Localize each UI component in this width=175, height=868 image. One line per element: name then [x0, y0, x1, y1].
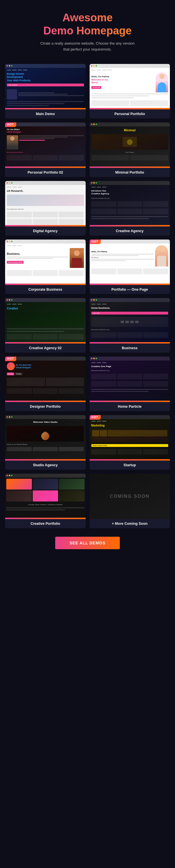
- dot-green: [11, 65, 12, 66]
- accent-strip: [90, 342, 170, 343]
- mock-image: [91, 134, 169, 150]
- hero-text: Welcome Video Studio: [7, 421, 84, 424]
- mock-grid: [7, 155, 84, 160]
- dot-yellow: [93, 182, 95, 184]
- hero-text: UX Research.: [7, 189, 84, 193]
- dot-red: [91, 299, 92, 301]
- card-designer-portfolio[interactable]: HOT Hi, I'm Jane DoeVisual Designer.: [5, 356, 86, 411]
- dot-red: [6, 416, 8, 418]
- card-coming-soon[interactable]: COMING SOON + More Coming Soon: [90, 474, 170, 528]
- mock-row: [7, 135, 84, 150]
- mock-nav: [91, 304, 169, 305]
- card-label-portfolio-one-page: Portfolio — One Page: [90, 285, 170, 294]
- card-label-coming-soon: + More Coming Soon: [90, 519, 170, 528]
- hero-text: Creative: [7, 307, 84, 310]
- hero-text: Creative One Page: [91, 365, 169, 368]
- dot-yellow: [93, 124, 95, 125]
- dot-green: [11, 241, 12, 242]
- hero-text: Minimal: [91, 128, 169, 132]
- mock-grid: [7, 334, 84, 340]
- card-personal-portfolio[interactable]: Hello, I'm FatimaWelcome to myWorld. Con…: [90, 64, 170, 119]
- mock-nav: [91, 362, 169, 363]
- service-label: My Awesome Service: [7, 151, 84, 153]
- accent-strip: [5, 166, 86, 168]
- card-corporate-business[interactable]: Business. Read Company Values: [5, 240, 86, 294]
- hero-text: Grow business.: [91, 307, 169, 310]
- accent-strip: [5, 342, 86, 343]
- dot-green: [96, 65, 97, 66]
- service-label: Services provide for you.: [91, 329, 169, 331]
- dot-green: [11, 475, 12, 476]
- mock-grid: [7, 270, 84, 276]
- dot-red: [6, 182, 8, 184]
- card-digital-agency[interactable]: UX Research. Our Awesome Service Digital…: [5, 181, 86, 236]
- mock-image: [91, 429, 169, 442]
- card-portfolio-one-page[interactable]: HOT Hello, I'm Fatima. My About: [90, 240, 170, 294]
- accent-strip: [90, 284, 170, 285]
- mock-grid-2: [91, 209, 169, 214]
- mock-cta: Get Started: [7, 84, 84, 86]
- hero-text: Introduce OurCreative Agency.: [91, 189, 169, 195]
- dot-yellow: [93, 358, 95, 359]
- card-label-creative-portfolio: Creative Portfolio: [5, 519, 86, 528]
- dot-yellow: [9, 299, 10, 301]
- mock-cta: Read Company Values: [91, 444, 169, 447]
- card-label-startup: Startup: [90, 461, 170, 470]
- mock-grid: [91, 332, 169, 338]
- mock-grid: [91, 269, 169, 274]
- dot-yellow: [93, 65, 95, 66]
- dot-green: [96, 299, 97, 301]
- accent-strip: [5, 108, 86, 110]
- dot-green: [96, 124, 97, 125]
- card-label-digital-agency: Digital Agency: [5, 226, 86, 236]
- mock-nav: [91, 70, 169, 70]
- card-personal-portfolio-02[interactable]: HOT I'm Joe BidenUI/UX Designer.: [5, 122, 86, 177]
- dot-red: [6, 241, 8, 242]
- dot-green: [11, 299, 12, 301]
- dot-red: [91, 182, 92, 184]
- dot-yellow: [9, 182, 10, 184]
- dot-green: [11, 416, 12, 418]
- dot-red: [6, 65, 8, 66]
- card-main-demo[interactable]: Design DrivenDevelopmentYour Web Product…: [5, 64, 86, 119]
- mock-cta: Learn More: [91, 312, 169, 314]
- dot-red: [6, 299, 8, 301]
- card-minimal-portfolio[interactable]: Minimal Our Project Minimal Portfolio: [90, 122, 170, 177]
- accent-strip: [5, 518, 86, 519]
- mock-image: [7, 195, 84, 206]
- mock-row: [7, 89, 84, 99]
- hero-sub: Services provide for you.: [91, 370, 169, 371]
- card-label-corporate-business: Corporate Business: [5, 285, 86, 294]
- card-creative-agency[interactable]: Introduce OurCreative Agency. Services p…: [90, 181, 170, 236]
- card-creative-portfolio[interactable]: Concept, Ideas, Passion, Something Toget…: [5, 474, 86, 528]
- mock-nav: [7, 187, 84, 188]
- project-label: Our Project: [91, 151, 169, 153]
- mock-video-thumb: [7, 426, 84, 441]
- dot-red: [91, 65, 92, 66]
- card-studio-agency[interactable]: Welcome Video Studio Some of our Recent …: [5, 415, 86, 470]
- accent-strip: [90, 459, 170, 461]
- card-creative-agency-02[interactable]: Creative Creative Agency 02: [5, 298, 86, 352]
- card-home-particle[interactable]: Creative One Page Services provide for y…: [90, 356, 170, 411]
- badge-hot: HOT: [5, 356, 16, 361]
- card-label-home-particle: Home Particle: [90, 402, 170, 411]
- card-label-creative-agency-02: Creative Agency 02: [5, 343, 86, 352]
- accent-strip: [5, 459, 86, 461]
- portfolio-label: Concept, Ideas, Passion, Something Toget…: [6, 504, 85, 505]
- mock-grid-2: [7, 388, 84, 394]
- dot-yellow: [9, 241, 10, 242]
- mock-btn-row: Hire Me Portfolio: [7, 372, 84, 375]
- card-business[interactable]: Grow business. Learn More Services provi…: [90, 298, 170, 352]
- card-label-main-demo: Main Demo: [5, 110, 86, 119]
- see-all-button[interactable]: SEE ALL DEMOS: [55, 537, 120, 549]
- mock-logos: [91, 317, 169, 327]
- accent-strip: [90, 166, 170, 168]
- dot-red: [6, 475, 8, 476]
- mock-grid: [91, 201, 169, 207]
- accent-strip: [5, 284, 86, 285]
- hero-text: Marketing: [91, 424, 169, 427]
- mock-nav: [91, 187, 169, 188]
- card-startup[interactable]: HOT Marketing: [90, 415, 170, 470]
- mock-grid: [91, 374, 169, 379]
- mock-grid: [91, 155, 169, 160]
